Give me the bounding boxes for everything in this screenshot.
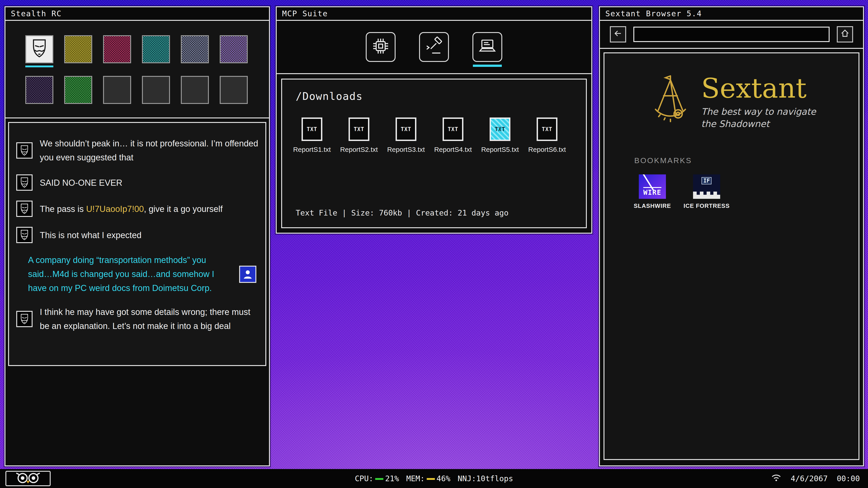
bookmark-slashwire[interactable]: WIRE SLASHWIRE: [625, 174, 680, 209]
user-avatar-icon: [239, 265, 256, 283]
chat-message: We shouldn’t peak in… it is not professi…: [16, 136, 258, 164]
password-text: U!7UaooIp7!00: [86, 204, 144, 214]
anonymous-mask-avatar-icon: [16, 142, 33, 159]
anonymous-mask-avatar-icon: [16, 311, 33, 327]
browser-window-titlebar[interactable]: Sextant Browser 5.4: [600, 7, 863, 21]
browser-navbar: [600, 21, 863, 49]
file-name: ReportS3.txt: [387, 145, 425, 153]
txt-file-icon: TXT: [490, 118, 510, 141]
gavel-icon: [424, 36, 444, 58]
anonymous-mask-avatar-icon: [16, 227, 33, 243]
file-item[interactable]: TXT ReportS6.txt: [524, 118, 570, 153]
anonymous-mask-avatar-icon: [16, 201, 33, 217]
brand-text: Sextant The best way to navigate the Sha…: [701, 74, 826, 130]
system-stats: CPU:21% MEM:46% NNJ:10tflops: [355, 474, 513, 483]
owl-launcher-button[interactable]: [5, 471, 51, 486]
file-list: TXT ReportS1.txt TXT ReportS2.txt TXT Re…: [282, 102, 586, 153]
nnj-stat: NNJ:10tflops: [458, 474, 513, 483]
home-icon: [840, 29, 850, 40]
wifi-icon: [771, 474, 782, 484]
file-name: ReportS4.txt: [434, 145, 472, 153]
anonymous-mask-icon: [29, 38, 50, 61]
cpu-value: 21%: [385, 474, 399, 483]
laptop-tool-button[interactable]: [472, 32, 502, 62]
owl-logo-icon: [10, 471, 46, 486]
file-item[interactable]: TXT ReportS3.txt: [382, 118, 430, 153]
message-text: The pass is U!7UaooIp7!00, give it a go …: [40, 202, 223, 216]
chat-window: Stealth RC: [4, 6, 270, 466]
contact-thumbnail[interactable]: [220, 35, 248, 63]
contact-thumbnail[interactable]: [25, 76, 53, 104]
contact-slot-empty: [142, 76, 170, 104]
sextant-brand: Sextant The best way to navigate the Sha…: [604, 53, 859, 130]
browser-logo-text: Sextant: [701, 74, 826, 102]
ice-fortress-site-icon: IF: [693, 174, 720, 199]
message-text: This is not what I expected: [40, 228, 142, 242]
txt-file-icon: TXT: [537, 118, 557, 141]
mcp-window: MCP Suite /Downloads: [276, 6, 592, 234]
contact-thumbnail[interactable]: [103, 35, 131, 63]
taskbar-clock: 00:00: [837, 474, 860, 483]
chip-icon: [371, 36, 391, 58]
chat-window-titlebar[interactable]: Stealth RC: [5, 7, 269, 21]
contact-thumbnail[interactable]: [64, 76, 92, 104]
message-text: I think he may have got some details wro…: [40, 305, 258, 333]
bookmark-ice-fortress[interactable]: IF ICE FORTRESS: [680, 174, 734, 209]
file-name: ReportS5.txt: [481, 145, 519, 153]
message-text: SAID NO-ONE EVER: [40, 175, 122, 190]
taskbar-date: 4/6/2067: [791, 474, 828, 483]
file-name: ReportS1.txt: [293, 145, 331, 153]
contact-grid: [5, 21, 269, 119]
back-arrow-icon: [613, 29, 623, 40]
chat-window-title: Stealth RC: [11, 9, 62, 18]
file-name: ReportS6.txt: [528, 145, 566, 153]
bookmarks-row: WIRE SLASHWIRE IF ICE FORTRESS: [625, 174, 859, 209]
desktop: Stealth RC: [0, 0, 868, 488]
contact-slot-empty: [220, 76, 248, 104]
browser-content: Sextant The best way to navigate the Sha…: [603, 53, 860, 460]
anonymous-mask-avatar-icon: [16, 174, 33, 191]
contact-thumbnail[interactable]: [142, 35, 170, 63]
file-item-selected[interactable]: TXT ReportS5.txt: [476, 118, 524, 153]
taskbar-tray: 4/6/2067 00:00: [771, 474, 868, 484]
browser-window: Sextant Browser 5.4: [599, 6, 864, 466]
txt-file-icon: TXT: [396, 118, 416, 141]
bookmark-label: SLASHWIRE: [634, 202, 671, 209]
chip-tool-button[interactable]: [366, 32, 396, 62]
taskbar: CPU:21% MEM:46% NNJ:10tflops 4/6/2067 00…: [0, 469, 868, 488]
mem-meter-icon: [427, 478, 435, 480]
home-button[interactable]: [837, 26, 853, 42]
message-text: A company doing “transportation methods”…: [28, 253, 232, 295]
contact-thumbnail[interactable]: [181, 35, 209, 63]
file-browser-panel: /Downloads TXT ReportS1.txt TXT ReportS2…: [281, 78, 587, 228]
txt-file-icon: TXT: [442, 118, 463, 141]
mcp-window-titlebar[interactable]: MCP Suite: [277, 7, 591, 21]
contact-thumbnail[interactable]: [64, 35, 92, 63]
laptop-icon: [477, 36, 497, 58]
cpu-meter-icon: [375, 478, 383, 480]
file-item[interactable]: TXT ReportS2.txt: [336, 118, 382, 153]
file-status-bar: Text File | Size: 760kb | Created: 21 da…: [282, 208, 586, 227]
txt-file-icon: TXT: [302, 118, 322, 141]
file-item[interactable]: TXT ReportS4.txt: [430, 118, 476, 153]
url-input[interactable]: [633, 27, 830, 42]
file-item[interactable]: TXT ReportS1.txt: [288, 118, 336, 153]
chat-message: SAID NO-ONE EVER: [16, 174, 258, 191]
chat-message: I think he may have got some details wro…: [16, 305, 258, 333]
browser-tagline: The best way to navigate the Shadownet: [701, 106, 826, 130]
mcp-toolbar: [277, 21, 591, 74]
sextant-logo-icon: [650, 74, 691, 127]
chat-message: This is not what I expected: [16, 227, 258, 243]
current-path: /Downloads: [282, 79, 586, 102]
browser-window-title: Sextant Browser 5.4: [605, 9, 702, 18]
chat-message: The pass is U!7UaooIp7!00, give it a go …: [16, 201, 258, 217]
gavel-tool-button[interactable]: [419, 32, 449, 62]
file-name: ReportS2.txt: [340, 145, 378, 153]
contact-slot-empty: [181, 76, 209, 104]
slashwire-site-icon: WIRE: [639, 174, 666, 199]
contact-slot-empty: [103, 76, 131, 104]
cpu-label: CPU:: [355, 474, 373, 483]
message-text: We shouldn’t peak in… it is not professi…: [40, 136, 258, 164]
contact-thumbnail-mask[interactable]: [25, 35, 53, 63]
back-button[interactable]: [610, 26, 626, 42]
